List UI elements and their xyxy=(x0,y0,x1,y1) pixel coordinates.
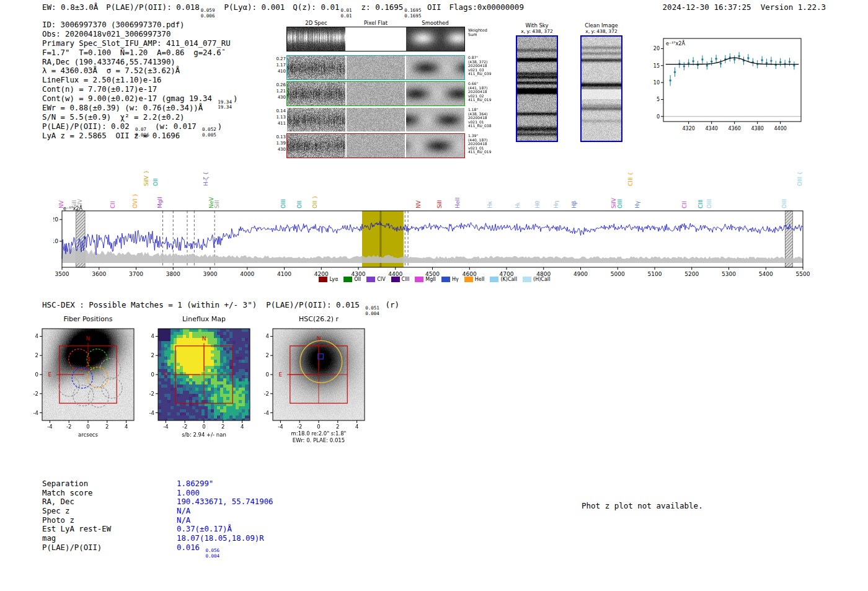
svg-text:-2: -2 xyxy=(149,391,154,397)
legend-item: OII xyxy=(343,277,361,282)
svg-text:4320: 4320 xyxy=(683,126,695,131)
svg-text:4: 4 xyxy=(241,424,244,430)
table-row: mag18.07(18.05,18.09)R xyxy=(42,534,273,543)
svg-text:SiII: SiII xyxy=(436,200,443,208)
header-summary: EW: 0.8±3.0ÅP(LAE)/P(OII): 0.0180.0590.0… xyxy=(42,2,524,19)
header-ew: EW: 0.8±3.0Å xyxy=(42,2,98,12)
legend-item: MgII xyxy=(415,277,436,282)
svg-text:4400: 4400 xyxy=(774,126,787,131)
info-line-primary: Primary Spec_Slot_IFU_AMP: 411_014_077_R… xyxy=(42,39,237,48)
legend-label: CIII xyxy=(402,277,410,282)
clean-image-title: Clean Image xyxy=(574,22,629,29)
legend-label: MgII xyxy=(425,277,436,282)
header-z: z: 0.1695 xyxy=(361,2,404,12)
legend-item: CIII xyxy=(391,277,410,282)
fiber-row-1-strips xyxy=(287,56,464,79)
svg-text:20: 20 xyxy=(653,46,660,51)
svg-text:-2: -2 xyxy=(182,424,187,430)
svg-text:20: 20 xyxy=(53,216,58,223)
svg-text:OII: OII xyxy=(296,201,303,208)
info-line-obs: Obs: 20200418v021_3006997370 xyxy=(42,30,237,39)
svg-text:2: 2 xyxy=(266,352,269,358)
elixer-report-page: { "header": { "ew": "EW: 0.8±3.0Å", "pla… xyxy=(0,0,868,591)
svg-text:N: N xyxy=(202,335,206,342)
legend-label: HeII xyxy=(475,277,485,282)
legend-label: (H)CaII xyxy=(533,277,550,282)
legend-item: (H)CaII xyxy=(523,277,550,282)
fiber-row-4-strips xyxy=(287,134,464,158)
svg-text:2: 2 xyxy=(151,352,154,358)
svg-text:NV: NV xyxy=(415,200,422,208)
svg-text:Hβ: Hβ xyxy=(571,200,577,208)
svg-text:-4: -4 xyxy=(149,410,154,416)
svg-text:HeII: HeII xyxy=(454,197,461,208)
svg-text:2: 2 xyxy=(221,424,224,430)
svg-text:CIV: CIV xyxy=(77,198,83,208)
fiber-positions-cutout: Fiber Positions -4-4-2-2002244NE arcsecs xyxy=(24,315,148,447)
lineflux-map-cutout: Lineflux Map -4-4-2-2002244NE s/b: 2.94 … xyxy=(140,315,264,447)
info-line-cont-w: Cont(w) = 9.00(±0.02)e-17 (gmag 19.34 19… xyxy=(42,94,237,104)
svg-text:0: 0 xyxy=(151,371,154,378)
legend-swatch xyxy=(391,277,400,282)
weighted-blank xyxy=(347,27,405,51)
svg-text:-4: -4 xyxy=(47,424,52,430)
svg-text:4: 4 xyxy=(151,333,154,339)
svg-text:CIII: CIII xyxy=(698,200,704,208)
legend-swatch xyxy=(523,277,531,282)
svg-text:-4: -4 xyxy=(163,424,168,430)
hsc-cutout-caption-1: m:18.0 re:2.0" s:1.8" xyxy=(270,430,367,437)
info-line-plae: P(LAE)/P(OII): 0.02 0.070.006 (w: 0.017 … xyxy=(42,122,237,131)
fiber-row-4-stats: 0.131.39430 xyxy=(273,134,286,153)
svg-text:5: 5 xyxy=(657,97,660,102)
fiber-row-3-strips xyxy=(287,108,464,131)
svg-text:-4: -4 xyxy=(33,410,38,416)
svg-text:OIII: OIII xyxy=(781,199,787,208)
spec2d-col-title-2: Pixel Flat xyxy=(347,20,405,26)
svg-text:SiII: SiII xyxy=(214,200,220,208)
svg-text:OII }: OII } xyxy=(312,195,318,208)
table-row: Match score1.000 xyxy=(42,489,273,498)
legend-swatch xyxy=(319,277,327,282)
hsc-cutout-caption-2: EWr: 0. PLAE: 0.015 xyxy=(270,437,367,443)
spec2d-col-title-3: Smoothed xyxy=(406,20,464,26)
legend-swatch xyxy=(490,277,498,282)
header-qz-fraction: 0.010.01 xyxy=(341,8,352,19)
svg-text:e⁻¹⁷x2Å: e⁻¹⁷x2Å xyxy=(666,40,685,47)
svg-text:CII: CII xyxy=(110,201,116,208)
svg-text:NV: NV xyxy=(58,200,64,208)
svg-text:15: 15 xyxy=(653,63,660,69)
with-sky-title: With Sky xyxy=(510,22,564,29)
header-plae: P(LAE)/P(OII): 0.018 xyxy=(106,2,200,12)
fiber4-smoothed-image xyxy=(406,134,464,158)
match-table: Separation1.86299" Match score1.000 RA, … xyxy=(42,479,273,553)
fiber2-pixelflat-image xyxy=(347,82,405,105)
legend-label: Lyα xyxy=(329,277,338,282)
svg-text:-2: -2 xyxy=(297,424,302,430)
fiber-row-3-stats: 0.141.13411 xyxy=(273,108,286,127)
legend-item: (K)CaII xyxy=(490,277,517,282)
fiber-positions-xlabel: arcsecs xyxy=(40,432,136,438)
match-plae-fraction: 0.0560.004 xyxy=(205,548,219,559)
svg-text:-2: -2 xyxy=(33,391,38,397)
fiber-row-2-strips xyxy=(287,82,464,105)
svg-text:4380: 4380 xyxy=(751,126,764,131)
info-line-cont-n: Cont(n) = 7.70(±0.17)e-17 xyxy=(42,85,237,94)
legend-label: CIV xyxy=(377,277,385,282)
clean-image-image xyxy=(580,35,622,142)
svg-text:0: 0 xyxy=(657,114,660,120)
svg-text:0: 0 xyxy=(202,424,205,430)
legend-swatch xyxy=(366,277,375,282)
legend-label: Hγ xyxy=(452,277,459,282)
fiber1-2dspec-image xyxy=(287,56,345,79)
svg-text:OIII: OIII xyxy=(706,199,712,208)
info-line-lineflux: LineFlux = 2.50(±1.10)e-16 xyxy=(42,76,237,85)
fiber-positions-overlay: -4-4-2-2002244NE xyxy=(24,315,148,447)
legend-item: HeII xyxy=(464,277,485,282)
legend-item: CIV xyxy=(366,277,385,282)
svg-text:OVI }: OVI } xyxy=(132,193,138,208)
svg-text:4360: 4360 xyxy=(728,126,741,131)
hsc-dex-summary: HSC-DEX : Possible Matches = 1 (within +… xyxy=(42,300,399,316)
header-datetime: 2024-12-30 16:37:25 Version 1.22.3 xyxy=(663,2,826,12)
svg-text:2: 2 xyxy=(336,424,339,430)
fiber-row-4-label: 1.39"(440, 187)20200418v021_01411_RU_019 xyxy=(468,134,508,154)
